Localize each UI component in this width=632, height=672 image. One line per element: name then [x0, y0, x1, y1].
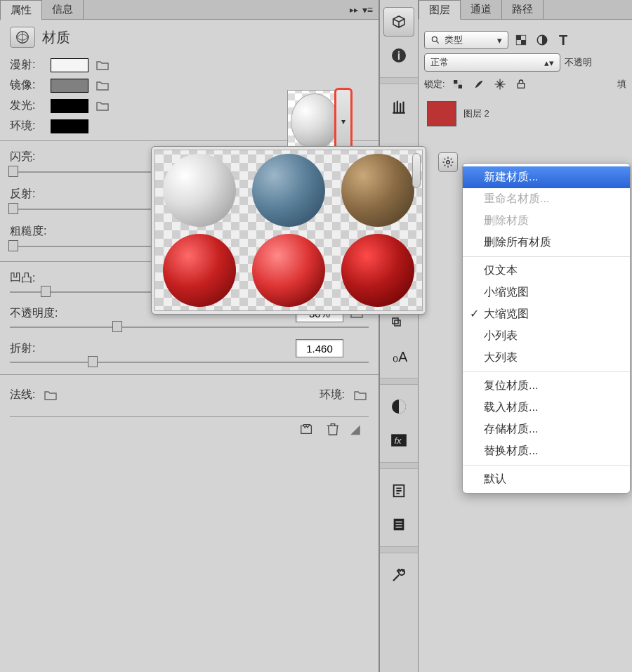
- svg-rect-18: [458, 80, 461, 84]
- material-picker-popover: [151, 146, 426, 315]
- lock-all-icon[interactable]: [513, 76, 529, 93]
- slider-thumb[interactable]: [8, 166, 18, 177]
- preview-dropdown-toggle[interactable]: ▾: [334, 88, 353, 155]
- material-preset[interactable]: [163, 154, 236, 227]
- material-preset[interactable]: [341, 154, 414, 227]
- svg-rect-14: [516, 35, 521, 40]
- label-refract: 折射:: [10, 341, 289, 356]
- tab-info[interactable]: 信息: [42, 0, 84, 19]
- collapse-icon[interactable]: ▸▸: [350, 5, 358, 15]
- menu-reset[interactable]: 复位材质...: [463, 375, 630, 397]
- svg-rect-3: [393, 112, 404, 114]
- svg-rect-4: [393, 318, 398, 324]
- svg-rect-20: [458, 85, 461, 88]
- slider-thumb[interactable]: [41, 286, 51, 297]
- folder-icon[interactable]: [94, 79, 111, 93]
- label-ambient: 环境:: [10, 119, 45, 133]
- lock-pixels-icon[interactable]: [449, 76, 466, 93]
- panel-menu-icon[interactable]: ▾≡: [362, 4, 373, 15]
- search-icon: [430, 35, 440, 45]
- resize-grip-icon[interactable]: ◢: [350, 421, 360, 437]
- type-filter-icon[interactable]: T: [555, 32, 572, 48]
- slider-thumb[interactable]: [8, 203, 18, 214]
- slider-thumb[interactable]: [8, 240, 18, 251]
- tab-channels[interactable]: 通道: [461, 0, 502, 19]
- slider-thumb[interactable]: [88, 356, 98, 367]
- label-emissive: 发光:: [10, 98, 45, 113]
- preview-sphere: [291, 93, 338, 150]
- menu-text-only[interactable]: 仅文本: [463, 260, 630, 282]
- tab-properties[interactable]: 属性: [0, 0, 42, 20]
- folder-icon[interactable]: [94, 99, 111, 113]
- blend-mode-label: 正常: [430, 56, 449, 69]
- tab-paths[interactable]: 路径: [502, 0, 544, 19]
- menu-large-thumb[interactable]: 大缩览图: [463, 303, 630, 325]
- folder-icon[interactable]: [42, 388, 59, 402]
- input-refract[interactable]: [296, 339, 343, 357]
- svg-text:₀A: ₀A: [393, 349, 407, 364]
- fx-styles-icon[interactable]: fx: [383, 426, 414, 455]
- menu-delete-material: 删除材质: [463, 210, 630, 232]
- fill-label: 填: [617, 78, 626, 91]
- material-preset[interactable]: [341, 234, 414, 307]
- adjust-filter-icon[interactable]: [534, 32, 551, 48]
- layer-item[interactable]: 图层 2: [424, 97, 626, 131]
- gear-icon[interactable]: [438, 152, 458, 172]
- label-diffuse: 漫射:: [10, 58, 45, 72]
- document-icon[interactable]: [383, 510, 414, 539]
- folder-icon[interactable]: [94, 58, 111, 72]
- menu-default[interactable]: 默认: [463, 468, 630, 490]
- material-preview: ▾: [287, 90, 350, 153]
- menu-new-material[interactable]: 新建材质...: [463, 166, 630, 188]
- blend-mode-select[interactable]: 正常 ▴▾: [424, 53, 560, 72]
- layer-name: 图层 2: [463, 107, 489, 120]
- character-icon[interactable]: ₀A: [383, 341, 414, 371]
- section-title: 材质: [42, 28, 70, 47]
- svg-rect-5: [395, 320, 400, 326]
- tab-layers[interactable]: 图层: [419, 0, 461, 20]
- menu-save[interactable]: 存储材质...: [463, 419, 630, 440]
- menu-load[interactable]: 载入材质...: [463, 397, 630, 419]
- slider-opacity[interactable]: [10, 327, 369, 328]
- material-preset[interactable]: [252, 234, 325, 307]
- lock-paint-icon[interactable]: [470, 76, 487, 93]
- material-icon[interactable]: [10, 27, 35, 48]
- slider-thumb[interactable]: [112, 321, 122, 332]
- properties-panel: 属性 信息 ▸▸ ▾≡ 材质 漫射:: [0, 0, 379, 672]
- info-icon[interactable]: i: [383, 41, 414, 70]
- swatch-ambient[interactable]: [51, 119, 88, 133]
- svg-point-12: [432, 37, 437, 41]
- menu-replace[interactable]: 替换材质...: [463, 440, 630, 462]
- chevron-updown-icon: ▴▾: [544, 58, 554, 68]
- wrench-icon[interactable]: [383, 560, 414, 590]
- swatch-diffuse[interactable]: [51, 58, 88, 72]
- filter-kind-select[interactable]: 类型 ▾: [424, 31, 508, 49]
- swatch-specular[interactable]: [51, 79, 88, 93]
- slider-refract[interactable]: [10, 362, 369, 363]
- svg-rect-21: [518, 84, 524, 88]
- bin-icon[interactable]: [298, 421, 315, 437]
- brushes-icon[interactable]: [383, 91, 414, 121]
- label-env: 环境:: [320, 388, 345, 402]
- menu-large-list[interactable]: 大列表: [463, 347, 630, 369]
- menu-small-thumb[interactable]: 小缩览图: [463, 282, 630, 303]
- svg-text:i: i: [397, 50, 400, 62]
- menu-small-list[interactable]: 小列表: [463, 325, 630, 347]
- menu-rename-material: 重命名材质...: [463, 188, 630, 210]
- cube-icon[interactable]: [383, 7, 414, 37]
- tool-column: i ₀A fx: [379, 0, 419, 672]
- material-preset[interactable]: [252, 154, 325, 227]
- pixel-filter-icon[interactable]: [513, 32, 529, 48]
- trash-icon[interactable]: [325, 421, 341, 437]
- svg-rect-19: [454, 85, 457, 88]
- chevron-down-icon: ▾: [341, 117, 345, 126]
- notes-icon[interactable]: [383, 476, 414, 506]
- lock-position-icon[interactable]: [492, 76, 508, 93]
- material-preset[interactable]: [163, 234, 236, 307]
- scrollbar[interactable]: [412, 153, 421, 188]
- svg-point-22: [447, 161, 450, 164]
- menu-delete-all[interactable]: 删除所有材质: [463, 232, 630, 253]
- adjustments-icon[interactable]: [383, 392, 414, 421]
- folder-icon[interactable]: [352, 388, 369, 402]
- swatch-emissive[interactable]: [51, 99, 88, 113]
